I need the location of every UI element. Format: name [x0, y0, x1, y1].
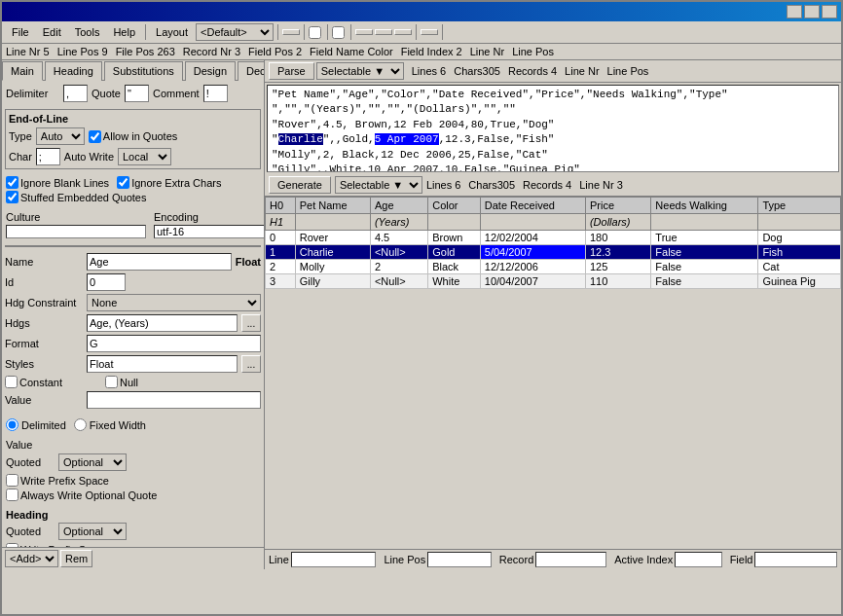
- menu-file[interactable]: File: [6, 24, 35, 40]
- auto-generate-checkbox-label[interactable]: [332, 26, 347, 39]
- null-checkbox[interactable]: [105, 376, 118, 388]
- ignore-blank-lines-checkbox[interactable]: [6, 176, 18, 189]
- tab-design[interactable]: Design: [185, 61, 236, 81]
- comment-input[interactable]: [203, 85, 228, 102]
- cell-needsWalking[interactable]: False: [651, 245, 758, 260]
- quote-input[interactable]: [125, 85, 149, 102]
- cell-needsWalking[interactable]: True: [651, 231, 758, 245]
- encoding-input[interactable]: [154, 225, 264, 238]
- always-write-optional-quote-checkbox[interactable]: [6, 489, 18, 501]
- tab-substitutions[interactable]: Substitutions: [104, 61, 183, 81]
- cell-age[interactable]: <Null>: [370, 245, 427, 260]
- cell-color[interactable]: Brown: [428, 231, 481, 245]
- write-prefix-space-checkbox[interactable]: [6, 474, 18, 487]
- cell-dateReceived[interactable]: 5/04/2007: [480, 245, 585, 260]
- delimited-radio[interactable]: [6, 418, 18, 431]
- menu-edit[interactable]: Edit: [37, 24, 67, 40]
- cell-color[interactable]: Black: [428, 260, 481, 274]
- fixed-width-radio[interactable]: [74, 418, 87, 431]
- auto-write-dropdown[interactable]: Local: [118, 148, 171, 165]
- culture-input[interactable]: [6, 225, 146, 238]
- tab-main[interactable]: Main: [2, 61, 43, 81]
- default-dropdown[interactable]: <Default>: [196, 23, 274, 41]
- hdgs-browse-button[interactable]: ...: [241, 314, 261, 332]
- configure-button[interactable]: [282, 29, 300, 35]
- cell-needsWalking[interactable]: False: [651, 274, 758, 289]
- auto-generate-checkbox[interactable]: [332, 26, 345, 39]
- cell-needsWalking[interactable]: False: [651, 260, 758, 274]
- menu-help[interactable]: Help: [107, 24, 141, 40]
- cell-num[interactable]: 0: [266, 231, 296, 245]
- cell-price[interactable]: 125: [585, 260, 650, 274]
- ignore-extra-chars-checkbox[interactable]: [117, 176, 129, 189]
- mmod-button[interactable]: [394, 29, 412, 35]
- auto-parse-checkbox[interactable]: [309, 26, 321, 39]
- cell-color[interactable]: Gold: [428, 245, 481, 260]
- ignore-extra-chars-label[interactable]: Ignore Extra Chars: [117, 176, 221, 189]
- cell-type[interactable]: Dog: [758, 231, 841, 245]
- hdg-constraint-dropdown[interactable]: None: [87, 294, 261, 311]
- cell-petName[interactable]: Charlie: [295, 245, 370, 260]
- stuffed-embedded-quotes-label[interactable]: Stuffed Embedded Quotes: [6, 191, 260, 203]
- delimiter-input[interactable]: [63, 85, 88, 102]
- allow-in-quotes-checkbox[interactable]: [89, 130, 101, 143]
- cell-price[interactable]: 180: [585, 231, 650, 245]
- sync-button[interactable]: [355, 29, 373, 35]
- menu-tools[interactable]: Tools: [69, 24, 106, 40]
- eol-type-dropdown[interactable]: Auto: [36, 127, 85, 145]
- cell-age[interactable]: 2: [370, 260, 427, 274]
- char-input[interactable]: [36, 148, 60, 165]
- cell-num[interactable]: 1: [266, 245, 296, 260]
- menu-layout[interactable]: Layout: [150, 24, 194, 40]
- constant-label[interactable]: Constant: [5, 376, 62, 388]
- tab-declare[interactable]: Declare: [238, 61, 265, 81]
- grid-selectable-dropdown[interactable]: Selectable ▼: [335, 176, 422, 194]
- cell-petName[interactable]: Molly: [295, 260, 370, 274]
- text-button[interactable]: [421, 29, 438, 35]
- null-label[interactable]: Null: [105, 376, 138, 388]
- cell-dateReceived[interactable]: 12/12/2006: [480, 260, 585, 274]
- cell-num[interactable]: 2: [266, 260, 296, 274]
- heading-quoted-dropdown[interactable]: Optional: [58, 523, 127, 540]
- cell-type[interactable]: Fish: [758, 245, 841, 260]
- add-dropdown[interactable]: <Add>: [5, 550, 58, 567]
- table-row[interactable]: 2Molly2Black12/12/2006125FalseCat: [266, 260, 841, 274]
- cell-age[interactable]: <Null>: [370, 274, 427, 289]
- cell-price[interactable]: 12.3: [585, 245, 650, 260]
- cell-price[interactable]: 110: [585, 274, 650, 289]
- allow-in-quotes-label[interactable]: Allow in Quotes: [89, 130, 177, 143]
- cell-dateReceived[interactable]: 10/04/2007: [480, 274, 585, 289]
- styles-input[interactable]: [87, 355, 238, 373]
- cell-type[interactable]: Cat: [758, 260, 841, 274]
- cell-num[interactable]: 3: [266, 274, 296, 289]
- constant-checkbox[interactable]: [5, 376, 18, 388]
- table-row[interactable]: 1Charlie<Null>Gold5/04/200712.3FalseFish: [266, 245, 841, 260]
- name-input[interactable]: [87, 253, 232, 271]
- maximize-button[interactable]: [804, 5, 820, 18]
- id-input[interactable]: [87, 273, 126, 291]
- cell-color[interactable]: White: [428, 274, 481, 289]
- generate-button[interactable]: Generate: [269, 176, 331, 194]
- cell-petName[interactable]: Gilly: [295, 274, 370, 289]
- parse-button[interactable]: Parse: [269, 62, 314, 80]
- minimize-button[interactable]: [787, 5, 802, 18]
- always-write-optional-quote-label[interactable]: Always Write Optional Quote: [6, 489, 260, 501]
- write-prefix-space-label[interactable]: Write Prefix Space: [6, 474, 260, 487]
- close-button[interactable]: [822, 5, 837, 18]
- hdgs-input[interactable]: [87, 314, 238, 332]
- selectable-dropdown[interactable]: Selectable ▼: [316, 62, 404, 80]
- tab-heading[interactable]: Heading: [45, 61, 102, 81]
- table-row[interactable]: 0Rover4.5Brown12/02/2004180TrueDog: [266, 231, 841, 245]
- delimited-radio-label[interactable]: Delimited: [6, 418, 66, 431]
- cell-dateReceived[interactable]: 12/02/2004: [480, 231, 585, 245]
- styles-browse-button[interactable]: ...: [241, 355, 261, 373]
- fixed-width-radio-label[interactable]: Fixed Width: [74, 418, 146, 431]
- cell-age[interactable]: 4.5: [370, 231, 427, 245]
- cell-petName[interactable]: Rover: [295, 231, 370, 245]
- cell-type[interactable]: Guinea Pig: [758, 274, 841, 289]
- value-quoted-dropdown[interactable]: Optional: [58, 453, 127, 471]
- value-input[interactable]: [87, 391, 261, 409]
- format-input[interactable]: [87, 335, 261, 352]
- tmod-button[interactable]: [375, 29, 392, 35]
- table-row[interactable]: 3Gilly<Null>White10/04/2007110FalseGuine…: [266, 274, 841, 289]
